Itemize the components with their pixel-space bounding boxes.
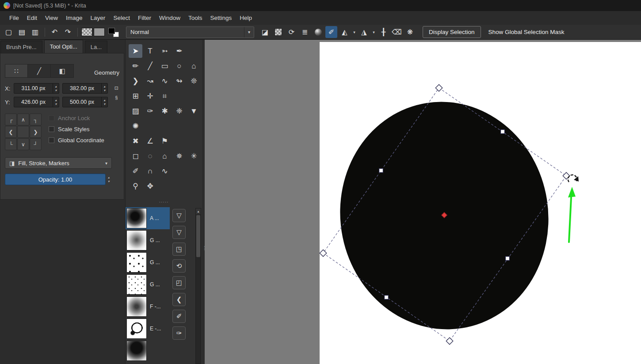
- dynamic-brush-tool[interactable]: ↬: [172, 74, 186, 88]
- menu-view[interactable]: View: [41, 11, 62, 25]
- spinbox-arrows[interactable]: ▴▾: [53, 97, 59, 107]
- menu-help[interactable]: Help: [236, 11, 256, 25]
- preset-scrollbar[interactable]: ▴: [195, 208, 201, 364]
- transform-mid-handle[interactable]: [385, 296, 389, 300]
- eraser-mode-button[interactable]: ◪: [259, 26, 271, 38]
- chevron-down-icon[interactable]: ▾: [371, 30, 376, 34]
- preset-view-mode-icon[interactable]: ◳: [172, 243, 186, 256]
- spin-up-icon[interactable]: ▴: [108, 175, 110, 179]
- fill-properties-tab[interactable]: ◧: [51, 64, 74, 78]
- spin-down-icon[interactable]: ▾: [104, 88, 106, 92]
- spinbox-arrows[interactable]: ▴▾: [53, 83, 59, 93]
- spin-down-icon[interactable]: ▾: [108, 179, 110, 183]
- choose-brush-preset-button[interactable]: ✐: [325, 26, 337, 38]
- preserve-alpha-button[interactable]: [272, 26, 284, 38]
- chevron-down-icon[interactable]: ▾: [352, 30, 357, 34]
- docker-tab-brush-presets[interactable]: Brush Pre...: [0, 41, 42, 53]
- opacity-slider[interactable]: Opacity: 1.00: [5, 174, 106, 185]
- size-link-icon[interactable]: ⊡: [114, 85, 118, 91]
- reload-original-preset-button[interactable]: ⟳: [286, 26, 298, 38]
- reference-images-tool[interactable]: ⚑: [158, 134, 172, 148]
- calligraphy-tool[interactable]: ✒: [172, 44, 186, 58]
- multibrush-tool[interactable]: ❊: [187, 74, 201, 88]
- edit-brush-settings-button[interactable]: ≣: [299, 26, 311, 38]
- aspect-ratio-lock[interactable]: ⊡ §: [114, 85, 118, 100]
- colorize-mask-tool[interactable]: ✱: [158, 104, 172, 118]
- docker-resize-handle[interactable]: ·····: [126, 200, 202, 205]
- brush-preset-item[interactable]: F -...: [126, 296, 170, 318]
- save-document-button[interactable]: ▥: [29, 26, 41, 38]
- transform-corner-handle[interactable]: [563, 172, 570, 179]
- selection-display-mode-button[interactable]: ❋: [404, 26, 416, 38]
- spin-up-icon[interactable]: ▴: [55, 84, 57, 88]
- pan-tool[interactable]: ✥: [143, 179, 157, 193]
- brush-preset-item[interactable]: E -...: [126, 318, 170, 340]
- open-document-button[interactable]: ▤: [16, 26, 28, 38]
- docker-tab-layers[interactable]: La...: [85, 41, 107, 53]
- bezier-selection-tool[interactable]: ∿: [158, 164, 172, 178]
- redo-button[interactable]: ↷: [62, 26, 74, 38]
- x-position-spinbox[interactable]: 311.00 px ▴▾: [14, 83, 59, 94]
- fill-stroke-dropdown[interactable]: ◨ Fill, Stroke, Markers ▾: [5, 157, 112, 169]
- menu-image[interactable]: Image: [62, 11, 87, 25]
- transform-mid-handle[interactable]: [379, 169, 383, 173]
- scale-styles-checkbox[interactable]: Scale Styles: [49, 126, 104, 133]
- aspect-lock-icon[interactable]: §: [115, 95, 118, 100]
- display-selection-button[interactable]: Display Selection: [423, 26, 481, 38]
- global-coordinates-checkbox[interactable]: Global Coordinate: [49, 137, 104, 144]
- show-global-selection-mask-button[interactable]: Show Global Selection Mask: [485, 29, 568, 35]
- preset-filter-tag-icon[interactable]: ▽: [172, 226, 186, 239]
- polyline-tool[interactable]: ❯: [129, 74, 142, 88]
- gradient-swatch[interactable]: [81, 28, 92, 36]
- anchor-position-button-3[interactable]: ❮: [5, 126, 17, 138]
- canvas-area[interactable]: [205, 40, 641, 364]
- freehand-path-tool[interactable]: ∿: [158, 74, 172, 88]
- anchor-position-button-1[interactable]: ∧: [17, 114, 29, 125]
- anchor-position-button-8[interactable]: ┘: [30, 138, 42, 150]
- blend-mode-dropdown[interactable]: Normal ▾: [126, 27, 254, 38]
- preset-detach-icon[interactable]: ◰: [172, 276, 186, 289]
- measure-tool[interactable]: ∠: [143, 134, 157, 148]
- preset-brush-icon[interactable]: ✐: [172, 310, 186, 323]
- menu-tools[interactable]: Tools: [184, 11, 206, 25]
- menu-edit[interactable]: Edit: [23, 11, 41, 25]
- line-tool[interactable]: ╱: [143, 59, 157, 73]
- polygon-tool[interactable]: ⌂: [187, 59, 201, 73]
- move-tool[interactable]: ✛: [143, 89, 157, 103]
- trim-to-image-button[interactable]: ╂: [378, 26, 389, 38]
- smart-patch-tool[interactable]: ❈: [172, 104, 186, 118]
- fill-tool[interactable]: ▼: [187, 104, 201, 118]
- color-sampler-tool[interactable]: ✑: [143, 104, 157, 118]
- assistants-tool[interactable]: ✖: [129, 134, 142, 148]
- transform-mid-handle[interactable]: [506, 257, 510, 261]
- pattern-swatch[interactable]: [94, 28, 105, 36]
- transform-corner-handle[interactable]: [320, 250, 327, 257]
- anchor-position-button-7[interactable]: ∨: [17, 138, 29, 150]
- text-tool[interactable]: T: [143, 44, 157, 58]
- transform-corner-handle[interactable]: [435, 84, 443, 91]
- spin-up-icon[interactable]: ▴: [104, 98, 106, 102]
- clear-button[interactable]: ⌫: [391, 26, 403, 38]
- anchor-position-button-2[interactable]: ┐: [30, 114, 42, 125]
- menu-layer[interactable]: Layer: [87, 11, 110, 25]
- transform-tool[interactable]: ⊞: [129, 89, 142, 103]
- new-document-button[interactable]: ▢: [3, 26, 15, 38]
- spin-down-icon[interactable]: ▾: [55, 88, 57, 92]
- transform-mid-handle[interactable]: [501, 130, 505, 134]
- stroke-properties-tab[interactable]: ∷: [5, 64, 28, 78]
- spinbox-arrows[interactable]: ▴▾: [101, 97, 107, 107]
- transform-corner-handle[interactable]: [446, 337, 453, 345]
- anchor-position-button-6[interactable]: └: [5, 138, 17, 150]
- anchor-position-button-5[interactable]: ❯: [30, 126, 42, 138]
- rectangular-selection-tool[interactable]: ◻: [129, 149, 142, 163]
- scroll-up-icon[interactable]: ▴: [196, 209, 201, 214]
- docker-tab-tool-options[interactable]: Tool Opti...: [44, 40, 83, 53]
- select-shapes-tool[interactable]: ➤: [129, 44, 142, 58]
- foreground-background-colors[interactable]: [108, 27, 119, 38]
- gradient-tool[interactable]: ▨: [129, 104, 142, 118]
- bezier-curve-tool[interactable]: ↝: [143, 74, 157, 88]
- preset-eyedropper-icon[interactable]: ✑: [172, 326, 186, 340]
- menu-window[interactable]: Window: [155, 11, 184, 25]
- spin-down-icon[interactable]: ▾: [55, 102, 57, 106]
- brush-preset-item[interactable]: [126, 340, 170, 362]
